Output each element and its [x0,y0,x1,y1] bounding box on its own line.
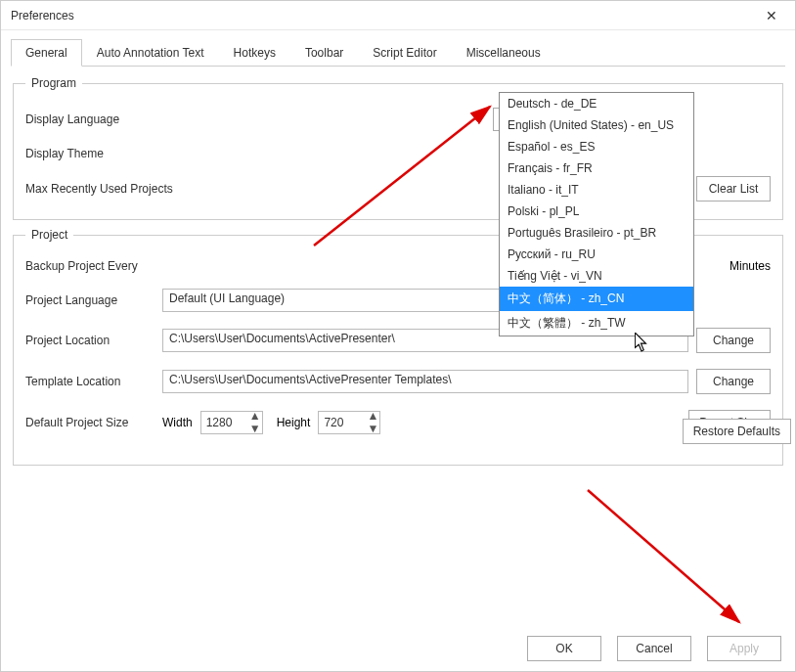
clear-list-button[interactable]: Clear List [696,176,771,202]
language-option[interactable]: Italiano - it_IT [500,179,693,201]
template-location-value: C:\Users\User\Documents\ActivePresenter … [169,373,452,386]
width-label: Width [162,416,193,429]
width-input[interactable]: 1280 ▲▼ [200,411,263,434]
tab-auto-annotation[interactable]: Auto Annotation Text [82,39,219,67]
project-location-label: Project Location [25,334,162,347]
width-value: 1280 [206,416,233,429]
language-option[interactable]: 中文（简体） - zh_CN [500,287,693,311]
template-location-row: Template Location C:\Users\User\Document… [25,369,771,394]
height-spinner-icon[interactable]: ▲▼ [367,413,378,432]
language-option[interactable]: Español - es_ES [500,136,693,157]
tab-script-editor[interactable]: Script Editor [358,39,451,67]
tab-hotkeys[interactable]: Hotkeys [219,39,290,67]
display-language-label: Display Language [25,112,182,126]
default-size-label: Default Project Size [25,416,162,429]
height-input[interactable]: 720 ▲▼ [318,411,380,434]
window-title: Preferences [11,9,74,22]
program-legend: Program [25,76,82,90]
language-option[interactable]: Tiếng Việt - vi_VN [500,265,693,287]
tab-miscellaneous[interactable]: Miscellaneous [452,39,555,67]
preferences-window: Preferences ✕ General Auto Annotation Te… [0,0,796,672]
language-option[interactable]: Deutsch - de_DE [500,93,693,114]
cancel-button[interactable]: Cancel [617,636,691,661]
titlebar: Preferences ✕ [1,1,795,30]
apply-button[interactable]: Apply [707,636,781,661]
language-option[interactable]: English (United States) - en_US [500,114,693,136]
language-option[interactable]: Русский - ru_RU [500,244,693,265]
content-area: Program Display Language English (United… [1,67,795,634]
project-language-value: Default (UI Language) [169,291,285,305]
height-label: Height [277,416,311,429]
tab-bar: General Auto Annotation Text Hotkeys Too… [11,38,785,67]
project-location-value: C:\Users\User\Documents\ActivePresenter\ [169,332,395,345]
language-option[interactable]: Français - fr_FR [500,157,693,179]
project-legend: Project [25,228,73,242]
template-location-change-button[interactable]: Change [696,369,771,394]
project-location-change-button[interactable]: Change [696,328,771,353]
width-spinner-icon[interactable]: ▲▼ [249,413,261,432]
display-theme-label: Display Theme [25,147,182,160]
default-size-row: Default Project Size Width 1280 ▲▼ Heigh… [25,410,771,435]
max-recent-label: Max Recently Used Projects [25,182,182,196]
ok-button[interactable]: OK [527,636,601,661]
restore-defaults-button[interactable]: Restore Defaults [683,419,791,444]
minutes-label: Minutes [712,259,771,273]
tab-toolbar[interactable]: Toolbar [290,39,358,67]
language-option[interactable]: 中文（繁體） - zh_TW [500,311,693,336]
tab-general[interactable]: General [11,39,82,67]
language-dropdown[interactable]: Deutsch - de_DEEnglish (United States) -… [499,92,694,336]
dialog-footer: OK Cancel Apply [519,636,781,661]
template-location-input[interactable]: C:\Users\User\Documents\ActivePresenter … [162,370,688,393]
template-location-label: Template Location [25,375,162,388]
language-option[interactable]: Português Brasileiro - pt_BR [500,222,693,244]
language-option[interactable]: Polski - pl_PL [500,201,693,222]
project-language-label: Project Language [25,293,162,307]
height-value: 720 [324,416,343,429]
close-icon[interactable]: ✕ [758,4,785,27]
backup-label: Backup Project Every [25,259,182,273]
